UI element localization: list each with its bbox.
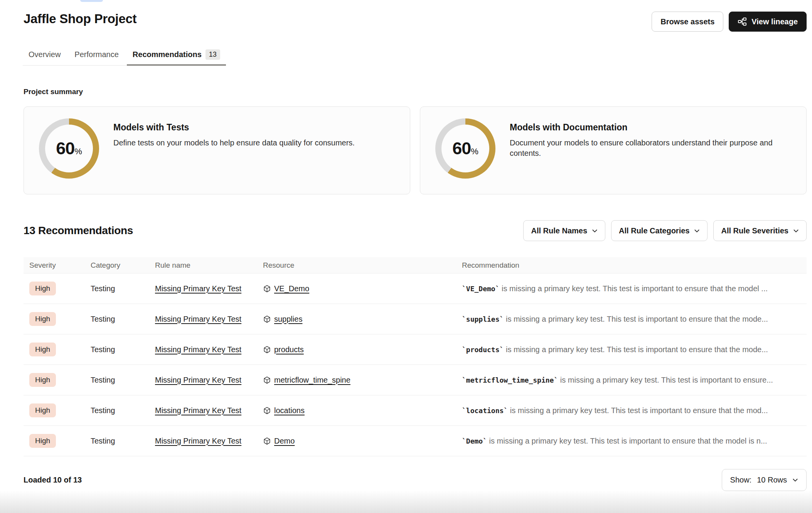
bottom-fade-gradient [0,491,812,513]
tab-bar: Overview Performance Recommendations 13 [23,49,226,66]
recommendation-code: `supplies` [462,315,504,323]
project-page: Jaffle Shop Project Browse assets View l… [0,0,812,513]
table-row: High Testing Missing Primary Key Test lo… [24,395,807,426]
rule-name-link[interactable]: Missing Primary Key Test [155,345,241,354]
recommendations-count-badge: 13 [206,49,220,60]
tab-recommendations[interactable]: Recommendations 13 [127,49,226,65]
severity-badge: High [29,434,56,448]
tests-card-description: Define tests on your models to help ensu… [113,138,355,148]
column-header-category: Category [91,261,155,270]
table-body: High Testing Missing Primary Key Test VE… [24,273,807,456]
rule-name-link[interactable]: Missing Primary Key Test [155,315,241,323]
project-summary-label: Project summary [24,88,807,96]
resource-link[interactable]: VE_Demo [274,284,309,293]
lineage-icon [738,17,747,26]
page-title: Jaffle Shop Project [24,12,136,26]
resource-link[interactable]: products [274,345,304,354]
tab-overview[interactable]: Overview [23,49,66,65]
filter-bar: All Rule Names All Rule Categories All R… [523,220,807,241]
table-row: High Testing Missing Primary Key Test me… [24,365,807,395]
docs-card-description: Document your models to ensure collabora… [510,138,791,159]
docs-card-title: Models with Documentation [510,122,791,133]
severity-badge: High [29,373,56,387]
table-row: High Testing Missing Primary Key Test pr… [24,334,807,365]
docs-donut-chart: 60 % [435,118,495,179]
recommendation-text: is missing a primary key test. This test… [558,376,773,384]
card-models-with-tests: 60 % Models with Tests Define tests on y… [24,106,410,194]
filter-rule-categories-label: All Rule Categories [619,226,689,235]
summary-cards: 60 % Models with Tests Define tests on y… [24,106,807,194]
browse-assets-label: Browse assets [660,17,714,26]
show-value: 10 Rows [757,476,787,484]
card-models-with-documentation: 60 % Models with Documentation Document … [420,106,807,194]
recommendation-code: `locations` [462,407,508,415]
tests-percent-value: 60 [56,138,74,159]
category-cell: Testing [91,437,115,445]
view-lineage-button[interactable]: View lineage [729,12,807,32]
tests-card-title: Models with Tests [113,122,355,133]
category-cell: Testing [91,406,115,415]
chevron-down-icon [792,478,798,482]
category-cell: Testing [91,376,115,384]
model-cube-icon [263,437,271,445]
severity-badge: High [29,312,56,326]
page-header: Jaffle Shop Project Browse assets View l… [24,0,807,32]
filter-rule-severities-label: All Rule Severities [721,226,788,235]
recommendation-text: is missing a primary key test. This test… [508,406,768,415]
rows-per-page-dropdown[interactable]: Show: 10 Rows [722,469,807,491]
model-cube-icon [263,285,271,293]
view-lineage-label: View lineage [751,17,798,26]
tab-performance-label: Performance [74,50,119,59]
severity-badge: High [29,282,56,295]
filter-rule-severities[interactable]: All Rule Severities [713,220,807,241]
loaded-status: Loaded 10 of 13 [24,476,82,484]
model-cube-icon [263,407,271,415]
tests-percent-sign: % [74,147,82,157]
resource-link[interactable]: supplies [274,315,302,324]
header-actions: Browse assets View lineage [652,12,807,32]
table-row: High Testing Missing Primary Key Test VE… [24,273,807,304]
severity-badge: High [29,343,56,356]
filter-rule-categories[interactable]: All Rule Categories [611,220,708,241]
severity-badge: High [29,403,56,417]
recommendation-text: is missing a primary key test. This test… [504,345,768,354]
chevron-down-icon [592,229,598,233]
recommendations-header: 13 Recommendations All Rule Names All Ru… [24,220,807,241]
chevron-down-icon [793,229,799,233]
recommendation-text: is missing a primary key test. This test… [487,437,767,445]
tests-donut-chart: 60 % [39,118,99,179]
browse-assets-button[interactable]: Browse assets [652,12,723,32]
model-cube-icon [263,315,271,323]
column-header-rule-name: Rule name [155,261,263,270]
rule-name-link[interactable]: Missing Primary Key Test [155,406,241,415]
recommendations-table: Severity Category Rule name Resource Rec… [24,257,807,456]
rule-name-link[interactable]: Missing Primary Key Test [155,284,241,293]
recommendation-text: is missing a primary key test. This test… [500,284,768,293]
resource-link[interactable]: locations [274,406,305,415]
rule-name-link[interactable]: Missing Primary Key Test [155,376,241,384]
tab-recommendations-label: Recommendations [133,50,202,59]
recommendation-code: `products` [462,346,504,354]
table-header-row: Severity Category Rule name Resource Rec… [24,257,807,273]
recommendation-code: `metricflow_time_spine` [462,376,558,384]
tab-overview-label: Overview [29,50,61,59]
category-cell: Testing [91,284,115,293]
chevron-down-icon [694,229,700,233]
recommendation-text: is missing a primary key test. This test… [504,315,768,323]
rule-name-link[interactable]: Missing Primary Key Test [155,437,241,445]
recommendation-code: `VE_Demo` [462,285,500,293]
filter-rule-names-label: All Rule Names [531,226,587,235]
table-footer: Loaded 10 of 13 Show: 10 Rows [24,469,807,491]
docs-percent-sign: % [471,147,478,157]
table-row: High Testing Missing Primary Key Test De… [24,426,807,456]
category-cell: Testing [91,315,115,323]
recommendations-heading: 13 Recommendations [24,224,133,237]
top-pill-decoration [80,0,103,2]
column-header-severity: Severity [24,261,91,270]
resource-link[interactable]: Demo [274,437,295,446]
resource-link[interactable]: metricflow_time_spine [274,376,350,385]
show-label: Show: [730,476,752,484]
filter-rule-names[interactable]: All Rule Names [523,220,605,241]
tab-performance[interactable]: Performance [69,49,125,65]
category-cell: Testing [91,345,115,354]
